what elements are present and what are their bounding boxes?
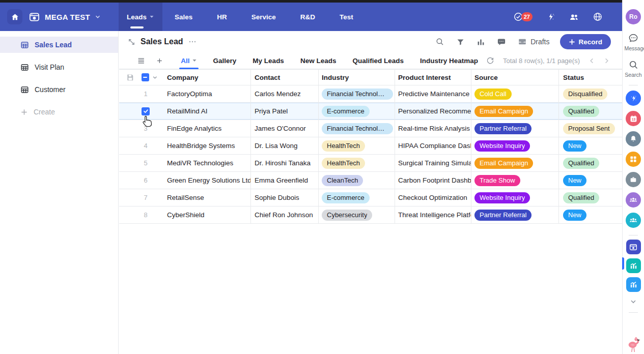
nav-tab-test[interactable]: Test bbox=[327, 3, 366, 31]
cell-contact[interactable]: Chief Ron Johnson bbox=[250, 206, 318, 223]
nav-tab-hr[interactable]: HR bbox=[205, 3, 239, 31]
prev-page-icon[interactable] bbox=[589, 57, 595, 64]
column-header-source[interactable]: Source bbox=[471, 70, 558, 85]
chart-blue-app-tile[interactable] bbox=[626, 277, 641, 292]
cell-contact[interactable]: Emma Greenfield bbox=[250, 172, 318, 189]
workspace-switcher[interactable]: MEGA TEST bbox=[29, 3, 101, 31]
nav-tab-sales[interactable]: Sales bbox=[162, 3, 205, 31]
cell-source[interactable]: Email Campaign bbox=[471, 103, 558, 120]
contacts-icon[interactable] bbox=[569, 12, 579, 22]
table-row[interactable]: 7 RetailSense Sophie Dubois E-commerce C… bbox=[119, 189, 622, 206]
cell-industry[interactable]: HealthTech bbox=[318, 137, 395, 154]
sidebar-item-visit-plan[interactable]: Visit Plan bbox=[0, 59, 118, 75]
globe-icon[interactable] bbox=[593, 12, 603, 22]
cell-status[interactable]: New bbox=[558, 137, 622, 154]
avatar[interactable]: Ro bbox=[626, 9, 641, 24]
table-row[interactable]: 3 FinEdge Analytics James O'Connor Finan… bbox=[119, 120, 622, 137]
add-view-icon[interactable] bbox=[156, 57, 163, 65]
filter-icon[interactable] bbox=[456, 38, 465, 46]
cell-contact[interactable]: Sophie Dubois bbox=[250, 189, 318, 206]
cell-industry[interactable]: E-commerce bbox=[318, 103, 395, 120]
view-tab-qualified-leads[interactable]: Qualified Leads bbox=[344, 52, 412, 69]
cell-contact[interactable]: Priya Patel bbox=[250, 103, 318, 120]
view-tab-my-leads[interactable]: My Leads bbox=[244, 52, 292, 69]
table-row[interactable]: 6 Green Energy Solutions Ltd. Emma Green… bbox=[119, 172, 622, 189]
cell-contact[interactable]: Carlos Mendez bbox=[250, 85, 318, 102]
cell-industry[interactable]: CleanTech bbox=[318, 172, 395, 189]
cell-contact[interactable]: Dr. Lisa Wong bbox=[250, 137, 318, 154]
cell-company[interactable]: FactoryOptima bbox=[158, 85, 250, 102]
magic-app-icon[interactable] bbox=[626, 91, 641, 106]
cell-contact[interactable]: James O'Connor bbox=[250, 120, 318, 137]
select-all-checkbox[interactable] bbox=[142, 73, 150, 81]
add-record-button[interactable]: Record bbox=[560, 34, 611, 49]
cell-company[interactable]: Green Energy Solutions Ltd. bbox=[158, 172, 250, 189]
cell-status[interactable]: Proposal Sent bbox=[558, 120, 622, 137]
cell-product-interest[interactable]: Surgical Training Simulat bbox=[395, 155, 471, 171]
cell-status[interactable]: Qualified bbox=[558, 189, 622, 206]
cell-product-interest[interactable]: Threat Intelligence Platfo bbox=[395, 206, 471, 223]
cell-product-interest[interactable]: HIPAA Compliance Dash bbox=[395, 137, 471, 154]
cell-product-interest[interactable]: Personalized Recommen bbox=[395, 103, 471, 120]
rail-chevron-down-icon[interactable] bbox=[630, 298, 637, 305]
table-row[interactable]: 5 MediVR Technologies Dr. Hiroshi Tanaka… bbox=[119, 155, 622, 172]
cell-company[interactable]: HealthBridge Systems bbox=[158, 137, 250, 154]
column-header-status[interactable]: Status bbox=[558, 70, 622, 85]
cell-status[interactable]: Qualified bbox=[558, 155, 622, 171]
cell-contact[interactable]: Dr. Hiroshi Tanaka bbox=[250, 155, 318, 171]
search-records-icon[interactable] bbox=[435, 37, 444, 46]
cell-status[interactable]: New bbox=[558, 206, 622, 223]
cell-company[interactable]: RetailSense bbox=[158, 189, 250, 206]
nav-tab-leads[interactable]: Leads bbox=[119, 3, 162, 31]
cell-industry[interactable]: Financial Technology bbox=[318, 85, 395, 102]
save-view-icon[interactable] bbox=[126, 73, 134, 81]
cell-product-interest[interactable]: Checkout Optimization bbox=[395, 189, 471, 206]
chart-toolbar-icon[interactable] bbox=[477, 38, 485, 46]
search-icon[interactable] bbox=[628, 60, 639, 70]
column-header-industry[interactable]: Industry bbox=[318, 70, 395, 85]
tasks-button[interactable]: 27 bbox=[513, 12, 533, 22]
cell-status[interactable]: Qualified bbox=[558, 103, 622, 120]
create-table-button[interactable]: Create bbox=[0, 104, 118, 120]
nav-tab-service[interactable]: Service bbox=[239, 3, 288, 31]
magic-assistant-icon[interactable] bbox=[546, 12, 555, 22]
table-row[interactable]: 8 CyberShield Chief Ron Johnson Cybersec… bbox=[119, 206, 622, 224]
cell-source[interactable]: Partner Referral bbox=[471, 206, 558, 223]
cell-source[interactable]: Website Inquiry bbox=[471, 189, 558, 206]
home-button[interactable] bbox=[7, 9, 22, 24]
view-tab-gallery[interactable]: Gallery bbox=[205, 52, 245, 69]
drafts-button[interactable]: Drafts bbox=[518, 37, 549, 46]
sidebar-item-customer[interactable]: Customer bbox=[0, 81, 118, 98]
view-tab-new-leads[interactable]: New Leads bbox=[292, 52, 345, 69]
cell-company[interactable]: FinEdge Analytics bbox=[158, 120, 250, 137]
calendar-app-icon[interactable]: 13 bbox=[626, 111, 641, 126]
briefcase-app-icon[interactable] bbox=[626, 172, 641, 187]
table-row[interactable]: RetailMind AI Priya Patel E-commerce Per… bbox=[119, 103, 622, 120]
next-page-icon[interactable] bbox=[603, 57, 610, 64]
column-header-company[interactable]: Company bbox=[158, 70, 250, 85]
header-chevron-down-icon[interactable] bbox=[152, 74, 158, 81]
cell-industry[interactable]: Financial Technology bbox=[318, 120, 395, 137]
cell-company[interactable]: MediVR Technologies bbox=[158, 155, 250, 171]
cell-source[interactable]: Trade Show bbox=[471, 172, 558, 189]
expand-icon[interactable] bbox=[128, 38, 135, 46]
table-row[interactable]: 1 FactoryOptima Carlos Mendez Financial … bbox=[119, 85, 622, 103]
table-row[interactable]: 4 HealthBridge Systems Dr. Lisa Wong Hea… bbox=[119, 137, 622, 155]
cell-status[interactable]: New bbox=[558, 172, 622, 189]
cell-product-interest[interactable]: Predictive Maintenance A bbox=[395, 85, 471, 102]
cell-source[interactable]: Partner Referral bbox=[471, 120, 558, 137]
cell-source[interactable]: Website Inquiry bbox=[471, 137, 558, 154]
bell-app-icon[interactable] bbox=[626, 131, 641, 146]
cell-industry[interactable]: HealthTech bbox=[318, 155, 395, 171]
cell-company[interactable]: CyberShield bbox=[158, 206, 250, 223]
messages-icon[interactable] bbox=[628, 33, 639, 44]
view-tab-industry-heatmap[interactable]: Industry Heatmap bbox=[412, 52, 486, 69]
cell-status[interactable]: Disqualified bbox=[558, 85, 622, 102]
cell-industry[interactable]: E-commerce bbox=[318, 189, 395, 206]
refresh-icon[interactable] bbox=[486, 56, 494, 65]
nav-tab-r-d[interactable]: R&D bbox=[288, 3, 327, 31]
view-tab-all[interactable]: All bbox=[173, 52, 205, 69]
column-header-contact[interactable]: Contact bbox=[250, 70, 318, 85]
cell-industry[interactable]: Cybersecurity bbox=[318, 206, 395, 223]
cell-source[interactable]: Cold Call bbox=[471, 85, 558, 102]
